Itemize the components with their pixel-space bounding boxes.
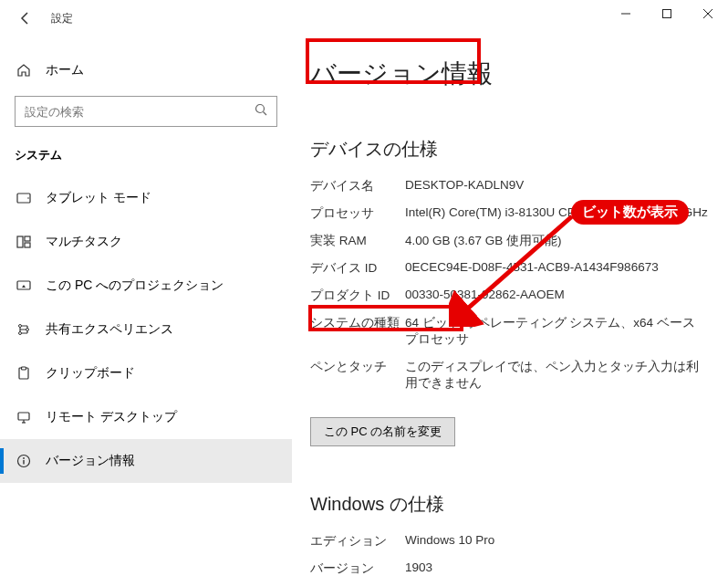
maximize-button[interactable] bbox=[646, 0, 687, 27]
spec-label: プロダクト ID bbox=[310, 288, 405, 304]
svg-rect-6 bbox=[17, 236, 23, 247]
svg-point-2 bbox=[256, 105, 265, 113]
sidebar-section-header: システム bbox=[0, 127, 292, 176]
nav-label: 共有エクスペリエンス bbox=[46, 321, 173, 338]
svg-point-11 bbox=[26, 329, 29, 331]
nav-label: バージョン情報 bbox=[46, 453, 135, 469]
spec-label: エディション bbox=[310, 533, 405, 550]
nav-multitasking[interactable]: マルチタスク bbox=[0, 220, 292, 264]
projecting-icon bbox=[15, 278, 33, 293]
search-icon bbox=[255, 103, 267, 120]
svg-point-5 bbox=[27, 197, 29, 199]
nav-label: この PC へのプロジェクション bbox=[46, 278, 224, 294]
search-input[interactable] bbox=[15, 96, 277, 127]
spec-label: デバイス ID bbox=[310, 260, 405, 277]
home-button[interactable]: ホーム bbox=[0, 49, 292, 90]
nav-label: リモート デスクトップ bbox=[46, 409, 177, 425]
spec-label: デバイス名 bbox=[310, 178, 405, 194]
spec-row-product-id: プロダクト ID 00330-50381-92862-AAOEM bbox=[310, 288, 710, 304]
spec-label: システムの種類 bbox=[310, 315, 405, 348]
spec-value: DESKTOP-KADLN9V bbox=[405, 178, 710, 194]
svg-point-12 bbox=[19, 332, 22, 335]
svg-point-19 bbox=[23, 457, 25, 459]
spec-value: 1903 bbox=[405, 560, 710, 576]
shared-icon bbox=[15, 322, 33, 337]
spec-value: 64 ビット オペレーティング システム、x64 ベース プロセッサ bbox=[405, 315, 710, 348]
svg-rect-15 bbox=[18, 413, 29, 420]
nav-label: マルチタスク bbox=[46, 234, 122, 250]
svg-point-10 bbox=[19, 325, 22, 328]
spec-value: 4.00 GB (3.67 GB 使用可能) bbox=[405, 233, 710, 249]
spec-row-device-id: デバイス ID 0ECEC94E-D08F-4531-ACB9-A1434F98… bbox=[310, 260, 710, 277]
svg-rect-1 bbox=[662, 10, 671, 18]
spec-label: ペンとタッチ bbox=[310, 359, 405, 392]
spec-label: 実装 RAM bbox=[310, 233, 405, 249]
spec-row-edition: エディション Windows 10 Pro bbox=[310, 533, 710, 550]
spec-value: Windows 10 Pro bbox=[405, 533, 710, 550]
remote-desktop-icon bbox=[15, 410, 33, 424]
spec-row-version: バージョン 1903 bbox=[310, 560, 710, 576]
svg-rect-14 bbox=[22, 367, 26, 370]
spec-value: 00330-50381-92862-AAOEM bbox=[405, 288, 710, 304]
nav-projecting[interactable]: この PC へのプロジェクション bbox=[0, 264, 292, 308]
window-title: 設定 bbox=[51, 11, 73, 26]
minimize-button[interactable] bbox=[605, 0, 646, 27]
home-icon bbox=[15, 63, 33, 78]
info-icon bbox=[15, 454, 33, 468]
spec-value: Intel(R) Core(TM) i3-8130U CPU @ 2.20GHz… bbox=[405, 205, 710, 222]
spec-row-device-name: デバイス名 DESKTOP-KADLN9V bbox=[310, 178, 710, 194]
svg-line-3 bbox=[264, 112, 267, 116]
svg-rect-7 bbox=[25, 236, 30, 241]
home-label: ホーム bbox=[46, 62, 84, 79]
page-title: バージョン情報 bbox=[310, 57, 493, 91]
nav-label: クリップボード bbox=[46, 365, 135, 382]
nav-label: タブレット モード bbox=[46, 190, 151, 206]
spec-label: プロセッサ bbox=[310, 205, 405, 222]
back-button[interactable] bbox=[7, 0, 44, 37]
nav-about[interactable]: バージョン情報 bbox=[0, 439, 292, 483]
rename-pc-button[interactable]: この PC の名前を変更 bbox=[310, 417, 455, 446]
device-spec-title: デバイスの仕様 bbox=[310, 137, 710, 162]
spec-value: このディスプレイでは、ペン入力とタッチ入力は利用できません bbox=[405, 359, 710, 392]
multitask-icon bbox=[15, 235, 33, 249]
windows-spec-title: Windows の仕様 bbox=[310, 492, 710, 517]
search-field[interactable] bbox=[25, 105, 255, 119]
nav-shared-experiences[interactable]: 共有エクスペリエンス bbox=[0, 308, 292, 351]
spec-row-processor: プロセッサ Intel(R) Core(TM) i3-8130U CPU @ 2… bbox=[310, 205, 710, 222]
clipboard-icon bbox=[15, 366, 33, 381]
tablet-icon bbox=[15, 191, 33, 205]
spec-value: 0ECEC94E-D08F-4531-ACB9-A1434F986673 bbox=[405, 260, 710, 277]
spec-row-ram: 実装 RAM 4.00 GB (3.67 GB 使用可能) bbox=[310, 233, 710, 249]
spec-row-pen-touch: ペンとタッチ このディスプレイでは、ペン入力とタッチ入力は利用できません bbox=[310, 359, 710, 392]
spec-row-system-type: システムの種類 64 ビット オペレーティング システム、x64 ベース プロセ… bbox=[310, 315, 710, 348]
svg-rect-8 bbox=[25, 243, 30, 247]
spec-label: バージョン bbox=[310, 560, 405, 576]
close-button[interactable] bbox=[687, 0, 728, 27]
nav-tablet-mode[interactable]: タブレット モード bbox=[0, 176, 292, 220]
nav-remote-desktop[interactable]: リモート デスクトップ bbox=[0, 395, 292, 439]
nav-clipboard[interactable]: クリップボード bbox=[0, 351, 292, 395]
